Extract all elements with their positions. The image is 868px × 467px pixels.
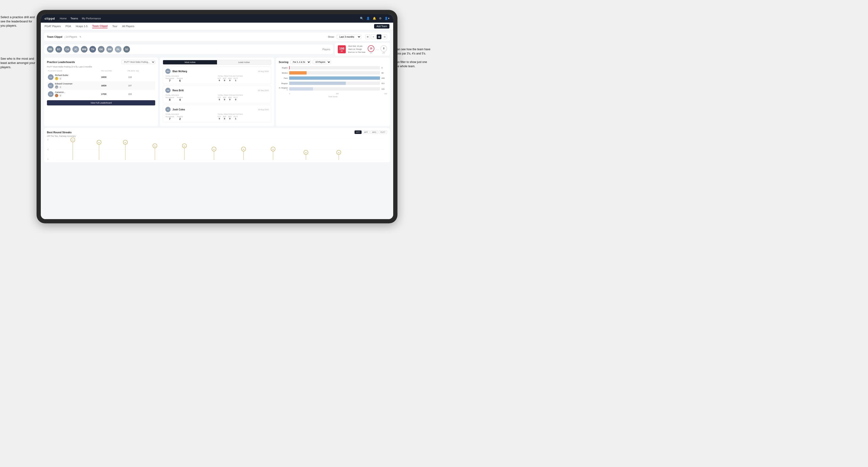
lb-row-2: EC Edward Crossman 🥈 2 18/20 107 bbox=[47, 81, 155, 90]
nav-items: Home Teams My Performance bbox=[60, 17, 355, 20]
avatar-4[interactable]: JC bbox=[72, 46, 79, 53]
pc-activity-group-2: Total Practice Activities OTT0 APP0 ARG0… bbox=[218, 94, 269, 101]
subnav-team-clippd[interactable]: Team Clippd bbox=[92, 25, 107, 28]
pc-prac-label-2: Practice bbox=[177, 97, 183, 98]
avatar-9[interactable]: DL bbox=[115, 46, 121, 53]
lb-row-1: RB Richard Butler 🥇 1 19/20 110 bbox=[47, 73, 155, 81]
avatar-5[interactable]: MW bbox=[81, 46, 88, 53]
avatar-3[interactable]: CA bbox=[64, 46, 70, 53]
lb-card-header: Practice Leaderboards PUTT Must Make Put… bbox=[47, 60, 155, 64]
lb-player-info-2: EC Edward Crossman 🥈 2 bbox=[48, 83, 100, 89]
bar-val-pars: 499 bbox=[381, 77, 387, 79]
bar-fill-dbogeys bbox=[289, 87, 313, 91]
show-select[interactable]: Last 3 months Last 6 months Last 12 mont… bbox=[337, 35, 361, 39]
tab-most-active[interactable]: Most Active bbox=[163, 60, 217, 64]
nav-home[interactable]: Home bbox=[60, 17, 66, 20]
bar-val-eagles: 3 bbox=[381, 67, 387, 69]
shot-details: Shot Dist: 16 yds Start Lie: Rough End L… bbox=[348, 45, 365, 54]
avatar-7[interactable]: GK bbox=[98, 46, 104, 53]
streaks-subtitle: Off The Tee, Fairway Accuracy bbox=[47, 135, 387, 137]
avatar-2[interactable]: EC bbox=[55, 46, 62, 53]
streak-chart: 8 4 0 bbox=[56, 139, 385, 160]
subnav-hcaps[interactable]: Hcaps 1-5 bbox=[76, 25, 88, 28]
pc-activity-cols-2: OTT0 APP0 ARG0 PUTT0 bbox=[218, 97, 269, 101]
table-icon[interactable]: ⊟ bbox=[382, 34, 387, 39]
filter-app[interactable]: APP bbox=[363, 130, 370, 134]
shot-detail-2: Start Lie: Rough bbox=[348, 48, 365, 51]
lb-score-3: 17/20 bbox=[101, 93, 127, 95]
pc-activity-group-1: Total Practice Activities OTT 0 APP 0 bbox=[218, 75, 269, 82]
search-icon[interactable]: 🔍 bbox=[360, 17, 364, 20]
grid-icon[interactable]: ⊞ bbox=[365, 34, 370, 39]
pc-date-2: 02 Sep 2023 bbox=[258, 89, 269, 92]
shot-dash: — bbox=[376, 48, 379, 51]
list-icon[interactable]: ≡ bbox=[371, 34, 376, 39]
pc-prac-val-3: 2 bbox=[177, 118, 183, 120]
bar-fill-birdies bbox=[289, 71, 307, 74]
avatar-1[interactable]: RB bbox=[47, 46, 54, 53]
practice-leaderboard-card: Practice Leaderboards PUTT Must Make Put… bbox=[44, 58, 158, 126]
drill-select[interactable]: PUTT Must Make Putting... bbox=[121, 60, 155, 64]
pc-header-1: BM Blair McHarg 26 Aug 2023 bbox=[165, 69, 269, 74]
x-label-400: 400 bbox=[384, 93, 387, 95]
lb-player-info-3: CA Cameron... 🥉 3 bbox=[48, 91, 100, 97]
streaks-header: Best Round Streaks OTT APP ARG PUTT bbox=[47, 130, 387, 134]
lb-player-detail-1: Richard Butler 🥇 1 bbox=[55, 74, 68, 80]
filter-putt[interactable]: PUTT bbox=[379, 130, 387, 134]
bell-icon[interactable]: 🔔 bbox=[373, 17, 376, 20]
subnav-pgat[interactable]: PGAT Players bbox=[44, 25, 61, 28]
lb-score-1: 19/20 bbox=[101, 76, 127, 78]
settings-icon[interactable]: ⚙ bbox=[379, 17, 382, 20]
filter-ott[interactable]: OTT bbox=[354, 130, 362, 134]
bar-val-dbogeys: 131 bbox=[381, 88, 387, 90]
avatar-8[interactable]: BM bbox=[106, 46, 113, 53]
scoring-par-filter[interactable]: Par 3, 4 & 5s bbox=[290, 60, 311, 64]
streak-svg: 7x 6x 6x 5x 5x 4x 4x 4x bbox=[56, 139, 385, 160]
svg-text:4x: 4x bbox=[243, 149, 244, 150]
pc-tourn-label-2: Tournament bbox=[165, 97, 174, 98]
pc-name-2: Rees Britt bbox=[173, 89, 184, 92]
subnav-all-players[interactable]: All Players bbox=[122, 25, 134, 28]
bar-track-pars bbox=[289, 76, 380, 80]
scoring-player-filter[interactable]: All Players bbox=[313, 60, 331, 64]
nav-performance[interactable]: My Performance bbox=[82, 17, 101, 20]
bar-val-birdies: 96 bbox=[381, 72, 387, 74]
activity-card: Most Active Least Active BM Blair McHarg… bbox=[160, 58, 274, 126]
svg-text:4x: 4x bbox=[213, 149, 215, 150]
shot-detail-3: End Lie: In The Hole bbox=[348, 51, 365, 54]
nav-logo: clippd bbox=[44, 17, 55, 20]
card-icon[interactable]: ▦ bbox=[377, 34, 381, 39]
user-icon[interactable]: 👤 bbox=[366, 17, 370, 20]
bar-label-eagles: Eagles bbox=[279, 67, 288, 69]
badge-num-2: 2 bbox=[59, 86, 62, 88]
chart-x-title: Total Shots bbox=[279, 96, 387, 98]
tab-least-active[interactable]: Least Active bbox=[217, 60, 271, 64]
bar-row-birdies: Birdies 96 bbox=[279, 71, 387, 74]
avatar-10[interactable]: SJ bbox=[123, 46, 130, 53]
add-team-button[interactable]: Add Team bbox=[374, 24, 390, 29]
lb-avg-1: 110 bbox=[128, 76, 154, 78]
lb-name-1: Richard Butler bbox=[55, 74, 68, 76]
show-label: Show: bbox=[328, 36, 335, 38]
tablet-screen: clippd Home Teams My Performance 🔍 👤 🔔 ⚙… bbox=[41, 14, 393, 219]
svg-text:3x: 3x bbox=[305, 152, 307, 153]
activity-player-3: JC Josh Coles 26 Aug 2023 Total Rounds T… bbox=[163, 105, 271, 122]
subnav-pga[interactable]: PGA bbox=[66, 25, 71, 28]
shot-circle-1: 16 yds bbox=[368, 45, 374, 54]
lb-avg-3: 103 bbox=[128, 93, 154, 95]
view-leaderboard-button[interactable]: View Full Leaderboard bbox=[47, 100, 155, 105]
scoring-header: Scoring Par 3, 4 & 5s All Players bbox=[279, 60, 387, 64]
lb-badges-1: 🥇 1 bbox=[55, 77, 68, 80]
nav-teams[interactable]: Teams bbox=[70, 17, 78, 20]
subnav-tour[interactable]: Tour bbox=[112, 25, 117, 28]
filter-arg[interactable]: ARG bbox=[371, 130, 378, 134]
bar-label-pars: Pars bbox=[279, 77, 288, 79]
avatar-6[interactable]: TH bbox=[89, 46, 96, 53]
pc-tournament-3: Tournament 7 bbox=[165, 116, 174, 120]
edit-icon[interactable]: ✎ bbox=[80, 36, 81, 38]
pc-rounds-label-2: Total Rounds bbox=[165, 94, 216, 96]
best-streaks-card: Best Round Streaks OTT APP ARG PUTT Off … bbox=[44, 128, 390, 162]
pc-header-3: JC Josh Coles 26 Aug 2023 bbox=[165, 107, 269, 112]
bar-label-birdies: Birdies bbox=[279, 72, 288, 74]
avatar-icon[interactable]: 👤▾ bbox=[384, 17, 390, 20]
